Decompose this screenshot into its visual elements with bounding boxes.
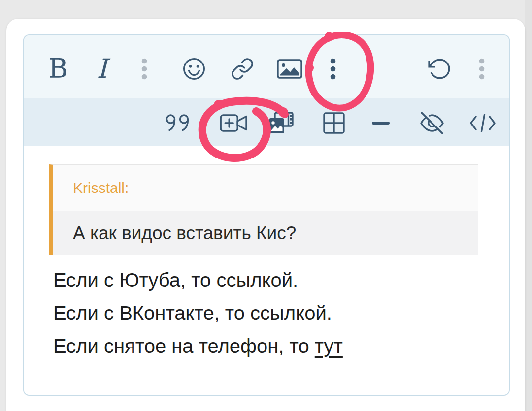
bold-icon: B bbox=[48, 56, 68, 82]
rich-text-editor: B I bbox=[23, 34, 510, 396]
eye-slash-icon bbox=[420, 111, 444, 135]
italic-icon: I bbox=[97, 56, 107, 82]
gallery-embed-icon bbox=[268, 112, 294, 134]
inline-spoiler-button[interactable] bbox=[416, 107, 448, 139]
vertical-ellipsis-icon bbox=[479, 58, 485, 80]
screenshot-root: B I bbox=[0, 0, 532, 411]
post-card: B I bbox=[6, 19, 525, 411]
quote-block: Krisstall: А как видос вставить Кис? bbox=[49, 164, 478, 255]
undo-button[interactable] bbox=[424, 53, 456, 85]
horizontal-line-button[interactable] bbox=[365, 107, 397, 139]
smiley-icon bbox=[182, 57, 206, 81]
image-icon bbox=[277, 59, 302, 79]
quote-body: А как видос вставить Кис? bbox=[53, 211, 478, 255]
insert-video-button[interactable] bbox=[218, 107, 250, 139]
insert-table-button[interactable] bbox=[318, 107, 350, 139]
reply-line: Если снятое на телефон, то тут bbox=[53, 330, 343, 363]
bold-button[interactable]: B bbox=[42, 53, 74, 85]
smilies-button[interactable] bbox=[178, 53, 210, 85]
undo-icon bbox=[428, 57, 452, 81]
italic-button[interactable]: I bbox=[86, 53, 118, 85]
editor-toolbar-row-1: B I bbox=[24, 35, 509, 98]
quote-text: А как видос вставить Кис? bbox=[73, 223, 296, 244]
code-icon bbox=[469, 113, 496, 133]
quote-author: Krisstall: bbox=[73, 180, 129, 196]
editor-toolbar-row-2 bbox=[24, 98, 509, 146]
insert-gallery-button[interactable] bbox=[265, 107, 297, 139]
vertical-ellipsis-icon bbox=[330, 58, 336, 80]
more-options-overflow-button[interactable] bbox=[317, 53, 349, 85]
background-strip bbox=[525, 0, 532, 411]
code-button[interactable] bbox=[467, 107, 499, 139]
more-options-button[interactable] bbox=[129, 53, 160, 85]
vertical-ellipsis-icon bbox=[141, 58, 147, 80]
editor-content[interactable]: Krisstall: А как видос вставить Кис? Есл… bbox=[24, 146, 509, 396]
quote-icon bbox=[166, 113, 191, 133]
link-icon bbox=[231, 57, 254, 81]
reply-line: Если с ВКонтакте, то ссылкой. bbox=[53, 297, 343, 330]
quote-header: Krisstall: bbox=[53, 165, 478, 211]
horizontal-line-icon bbox=[372, 122, 390, 125]
insert-link-button[interactable] bbox=[227, 53, 258, 85]
video-camera-plus-icon bbox=[220, 113, 248, 133]
insert-image-button[interactable] bbox=[274, 53, 305, 85]
editor-menu-button[interactable] bbox=[466, 53, 498, 85]
reply-text: Если с Ютуба, то ссылкой. Если с ВКонтак… bbox=[53, 264, 343, 363]
reply-link[interactable]: тут bbox=[315, 335, 343, 357]
quote-button[interactable] bbox=[163, 107, 194, 139]
table-icon bbox=[323, 112, 345, 134]
reply-line: Если с Ютуба, то ссылкой. bbox=[53, 264, 343, 297]
reply-line-prefix: Если снятое на телефон, то bbox=[53, 335, 315, 357]
